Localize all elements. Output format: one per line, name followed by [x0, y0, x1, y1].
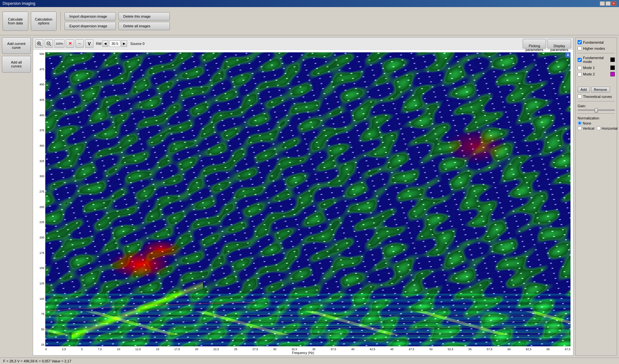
- divider3: [578, 113, 615, 114]
- fundamental-mode-row: Fundamental mode: [578, 56, 615, 64]
- import-dispersion-button[interactable]: Import dispersion image: [65, 12, 116, 21]
- fundamental-mode-color: [610, 57, 615, 62]
- x-axis-title: Frequency (Hz): [292, 351, 314, 355]
- export-dispersion-button[interactable]: Export dispersion image: [65, 22, 116, 30]
- fundamental-mode-label: Fundamental mode: [583, 56, 609, 64]
- mode2-checkbox[interactable]: [578, 72, 582, 76]
- mode2-label: Mode 2: [583, 72, 609, 76]
- left-sidebar: Add current curve Add all curves: [2, 37, 31, 356]
- divider1: [578, 53, 615, 53]
- x-axis-ticks: 0 2,5 5 7,5 10 12,5 15 17,5 20 22,5 25 2…: [45, 348, 571, 351]
- rm-increase-button[interactable]: ▶: [121, 40, 127, 47]
- mode1-label: Mode 1: [583, 66, 609, 70]
- mode2-color: [610, 72, 615, 76]
- zoom-100-button[interactable]: 100%: [54, 39, 65, 48]
- dispersion-area: 500 475 450 425 400 375 350 325 300 275 …: [33, 50, 573, 355]
- remove-button[interactable]: Remove: [591, 87, 610, 92]
- delete-this-image-button[interactable]: Delete this image: [118, 12, 170, 21]
- svg-line-1: [40, 45, 41, 46]
- top-toolbar: Calculate from data Calculation options …: [0, 7, 619, 35]
- higher-modes-label: Higher modes: [583, 47, 605, 50]
- rm-control: RM ◀ ▶: [96, 40, 127, 47]
- gain-label: Gain:: [578, 104, 615, 108]
- gain-section: Gain:: [578, 104, 615, 111]
- rm-input[interactable]: [109, 40, 120, 47]
- higher-modes-checkbox[interactable]: [578, 46, 582, 50]
- status-text: F = 28,3 V = 496,59 K = 0,057 Value = 2,…: [3, 359, 71, 363]
- close-button[interactable]: ✕: [611, 1, 616, 6]
- add-current-curve-button[interactable]: Add current curve: [2, 37, 31, 54]
- dispersion-canvas[interactable]: A: [45, 52, 571, 346]
- app-title: Dispersion imaging: [3, 1, 35, 6]
- image-toolbar: 100% ✕ ~ V RM ◀ ▶ Source 0 Picking param…: [33, 38, 573, 50]
- rm-label: RM: [96, 42, 101, 46]
- source-label: Source 0: [130, 42, 144, 46]
- vertical-label: Vertical: [583, 126, 594, 130]
- fundamental-mode-checkbox[interactable]: [578, 58, 582, 62]
- maximize-button[interactable]: □: [606, 1, 611, 6]
- divider2: [578, 101, 615, 101]
- fundamental-label: Fundamental: [583, 40, 604, 44]
- zoom-in-button[interactable]: [35, 39, 43, 48]
- horizontal-radio[interactable]: [597, 126, 601, 130]
- status-bar: F = 28,3 V = 496,59 K = 0,057 Value = 2,…: [0, 358, 619, 364]
- minimize-button[interactable]: _: [600, 1, 605, 6]
- normalization-section: Normalization None Vertical Horizontal: [578, 116, 615, 130]
- main-area: Add current curve Add all curves 100% ✕ …: [0, 35, 619, 358]
- close-tool-button[interactable]: ✕: [66, 39, 74, 48]
- wave-button[interactable]: ~: [75, 39, 84, 48]
- vertical-radio-row: Vertical Horizontal: [578, 126, 615, 130]
- vertical-radio[interactable]: [578, 126, 582, 130]
- delete-button-stack: Delete this image Delete all images: [118, 12, 170, 30]
- none-radio[interactable]: [578, 121, 582, 125]
- normalization-label: Normalization: [578, 116, 615, 120]
- y-axis: 500 475 450 425 400 375 350 325 300 275 …: [33, 52, 45, 346]
- delete-all-images-button[interactable]: Delete all images: [118, 22, 170, 30]
- theoretical-curves-row: Theoretical curves: [578, 94, 615, 99]
- image-button-stack: Import dispersion image Export dispersio…: [65, 12, 116, 30]
- separator: [60, 12, 61, 31]
- mode-list-space: [578, 78, 615, 85]
- add-remove-row: Add Remove: [578, 87, 615, 92]
- title-bar: Dispersion imaging _ □ ✕: [0, 0, 619, 7]
- theoretical-curves-label: Theoretical curves: [583, 95, 612, 99]
- zoom-out-button[interactable]: [45, 39, 53, 48]
- horizontal-label: Horizontal: [602, 126, 618, 130]
- mode1-color: [610, 65, 615, 70]
- calculate-from-data-button[interactable]: Calculate from data: [3, 12, 28, 31]
- v-button[interactable]: V: [85, 39, 93, 48]
- right-panel: Fundamental Higher modes Fundamental mod…: [575, 37, 617, 356]
- corner-a-label: A: [565, 52, 571, 57]
- gain-slider-track: [578, 109, 615, 111]
- mode1-checkbox[interactable]: [578, 66, 582, 70]
- rm-decrease-button[interactable]: ◀: [102, 40, 108, 47]
- mode2-row: Mode 2: [578, 72, 615, 76]
- calculation-options-button[interactable]: Calculation options: [31, 12, 57, 31]
- gain-slider-thumb[interactable]: [595, 108, 598, 113]
- dispersion-image-canvas[interactable]: [45, 52, 571, 346]
- none-label: None: [583, 121, 591, 125]
- display-parameters-button[interactable]: Display parameters: [547, 39, 571, 48]
- svg-line-5: [50, 45, 51, 46]
- none-radio-row: None: [578, 121, 615, 125]
- theoretical-curves-checkbox[interactable]: [578, 94, 582, 99]
- fundamental-checkbox-row: Fundamental: [578, 40, 615, 44]
- higher-modes-checkbox-row: Higher modes: [578, 46, 615, 50]
- center-content: 100% ✕ ~ V RM ◀ ▶ Source 0 Picking param…: [33, 37, 573, 356]
- add-button[interactable]: Add: [578, 87, 590, 92]
- mode1-row: Mode 1: [578, 65, 615, 70]
- add-all-curves-button[interactable]: Add all curves: [2, 56, 31, 73]
- picking-parameters-button[interactable]: Picking parameters: [523, 39, 546, 48]
- window-controls: _ □ ✕: [600, 1, 616, 6]
- fundamental-checkbox[interactable]: [578, 40, 582, 44]
